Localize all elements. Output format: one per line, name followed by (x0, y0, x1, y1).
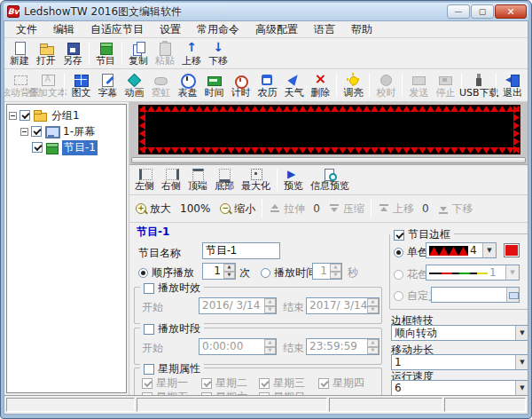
dropdown-arrow-icon[interactable] (515, 326, 528, 340)
spin-up-icon (367, 339, 379, 347)
preview-button[interactable]: 预览 (280, 166, 307, 194)
info-preview-button[interactable]: 信息预览 (307, 166, 353, 194)
graphic-text-button[interactable]: 图文 (67, 70, 94, 100)
close-button[interactable]: ✕ (495, 4, 527, 19)
clock-dial-button[interactable]: 表盘 (174, 70, 200, 100)
move-up-button[interactable]: 上移 (178, 39, 205, 67)
program-border-checkbox[interactable] (394, 230, 404, 241)
mono-border-combo[interactable]: 4 (426, 242, 497, 258)
spin-up-icon[interactable] (223, 264, 235, 272)
minimize-button[interactable]: — (447, 4, 470, 19)
timeslot-checkbox[interactable] (144, 324, 154, 335)
play-time-radio[interactable]: 播放时间 (261, 265, 317, 281)
run-speed-value: 6 (392, 382, 515, 394)
dropdown-arrow-icon[interactable] (515, 355, 528, 369)
align-left-button[interactable]: 左侧 (131, 166, 158, 194)
zoom-out-button[interactable]: 缩小 (215, 196, 259, 221)
new-button[interactable]: 新建 (6, 39, 33, 67)
weather-button[interactable]: 天气 (280, 70, 307, 100)
program-header: 节目-1 (137, 225, 169, 240)
floppy-disk-icon (66, 41, 80, 55)
play-timeslot-group: 播放时段 开始 0:00:00 结束 23:59:59 (134, 328, 382, 365)
status-cell-4 (444, 398, 526, 412)
tree-item-label[interactable]: 分组1 (50, 108, 82, 123)
tree-item-label[interactable]: 1-屏幕 (61, 124, 97, 139)
stretch-value: 0 (309, 202, 325, 215)
exit-button[interactable]: 退出 (499, 70, 526, 100)
week-checkbox[interactable] (144, 364, 154, 375)
zoom-in-button[interactable]: 放大 (131, 196, 175, 221)
border-effect-value: 顺向转动 (392, 326, 515, 341)
copy-button[interactable]: 复制 (125, 39, 152, 67)
compress-icon (328, 203, 340, 215)
saturday-checkbox: 星期六 (201, 390, 247, 395)
align-bottom-button[interactable]: 底部 (211, 166, 238, 194)
collapse-icon[interactable] (20, 128, 28, 136)
main-toolbar: 新建 打开 另存 节目 复制 粘贴 上移 下移 (4, 38, 528, 69)
menu-adaptive-program[interactable]: 自适应节目 (82, 21, 152, 38)
tree-item-label-selected[interactable]: 节目-1 (62, 140, 98, 155)
move-down-button[interactable]: 下移 (205, 39, 231, 67)
menu-help[interactable]: 帮助 (343, 21, 380, 38)
radio-icon[interactable] (138, 268, 148, 278)
save-as-button[interactable]: 另存 (59, 39, 86, 67)
send-icon (411, 73, 426, 87)
collapse-icon[interactable] (9, 112, 17, 120)
timeslot-title: 播放时段 (158, 321, 200, 336)
tree-item-group[interactable]: 分组1 (9, 107, 124, 123)
status-cell-2 (137, 398, 327, 412)
menu-language[interactable]: 语言 (306, 21, 343, 38)
copy-icon (131, 41, 145, 55)
mono-color-radio[interactable]: 单色 (394, 245, 428, 260)
spin-down-icon[interactable] (223, 272, 235, 280)
dropdown-arrow-icon[interactable] (482, 243, 496, 257)
run-speed-combo[interactable]: 6 (391, 380, 528, 395)
program-name-input[interactable] (202, 242, 280, 259)
brightness-button[interactable]: 调亮 (340, 70, 366, 100)
time-button[interactable]: 时间 (200, 70, 227, 100)
align-top-button[interactable]: 顶端 (184, 166, 211, 194)
tree-item-screen[interactable]: 1-屏幕 (9, 123, 124, 139)
usb-download-button[interactable]: USB下载 (465, 70, 493, 100)
subtitle-button[interactable]: 字幕 (94, 70, 121, 100)
align-right-button[interactable]: 右侧 (158, 166, 184, 194)
align-top-icon (192, 169, 204, 180)
lunar-calendar-button[interactable]: 农历 (254, 70, 280, 100)
time-sync-button: 校时 (372, 70, 399, 100)
screen-checkbox[interactable] (31, 126, 42, 137)
play-count-spinner[interactable]: 1 (202, 263, 236, 280)
border-pattern-preview (429, 246, 468, 256)
led-screen[interactable] (138, 105, 520, 154)
group-checkbox[interactable] (20, 110, 30, 121)
dropdown-arrow-icon[interactable] (515, 381, 528, 395)
program-box-icon (98, 41, 113, 55)
animation-button[interactable]: 动画 (121, 70, 147, 100)
sequence-play-label: 顺序播放 (152, 265, 194, 281)
delete-button[interactable]: 删除 (307, 70, 333, 100)
border-effect-combo[interactable]: 顺向转动 (391, 325, 528, 341)
radio-icon[interactable] (394, 248, 403, 257)
border-color-swatch[interactable] (504, 243, 520, 257)
weather-icon (286, 73, 301, 87)
program-button[interactable]: 节目 (92, 39, 119, 67)
wednesday-checkbox: 星期三 (259, 376, 305, 391)
open-button[interactable]: 打开 (33, 39, 59, 67)
menu-advanced-config[interactable]: 高级配置 (247, 21, 306, 38)
spin-down-icon (264, 347, 276, 355)
validity-checkbox[interactable] (144, 283, 154, 294)
neon-icon (153, 73, 168, 87)
timer-button[interactable]: 计时 (227, 70, 254, 100)
tree-item-program[interactable]: 节目-1 (9, 139, 124, 155)
maximize-button[interactable]: ▢ (471, 4, 494, 19)
menu-edit[interactable]: 编辑 (45, 21, 82, 38)
menu-file[interactable]: 文件 (8, 21, 45, 38)
sequence-play-radio[interactable]: 顺序播放 (138, 265, 194, 281)
horizontal-scrollbar[interactable] (131, 157, 526, 163)
program-checkbox[interactable] (32, 142, 43, 153)
stop-button: 停止 (432, 70, 458, 100)
move-step-combo[interactable]: 1 (391, 354, 528, 370)
menu-common-commands[interactable]: 常用命令 (189, 21, 247, 38)
radio-icon[interactable] (261, 268, 270, 278)
maximize-area-button[interactable]: 最大化 (238, 166, 274, 194)
menu-settings[interactable]: 设置 (152, 21, 189, 38)
